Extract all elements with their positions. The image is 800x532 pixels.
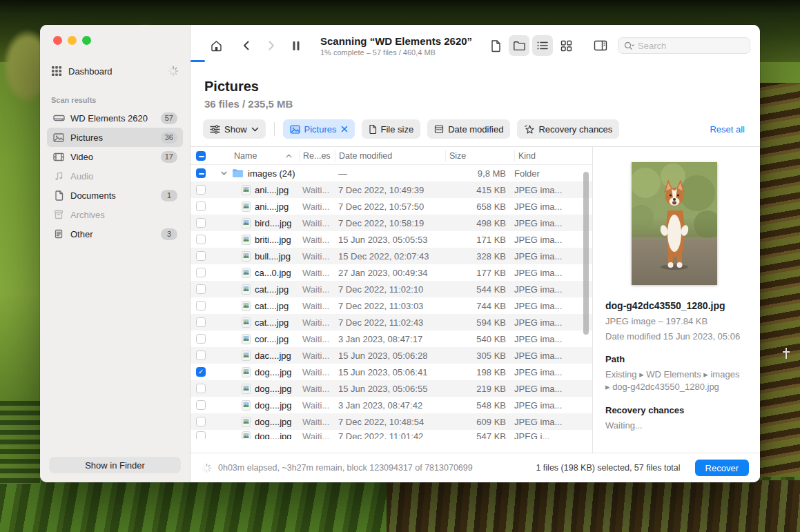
pictures-filter-chip[interactable]: Pictures [283, 119, 355, 139]
table-row[interactable]: dog....jpg Waiti... 15 Jun 2023, 05:06:5… [191, 380, 592, 397]
table-row[interactable]: dog....jpg Waiti... 7 Dec 2022, 11:01:42… [191, 430, 592, 439]
recovery-chances-filter-chip[interactable]: Recovery chances [517, 119, 619, 139]
date-modified-cell: 7 Dec 2022, 11:03:03 [335, 301, 445, 311]
table-row[interactable]: cor....jpg Waiti... 3 Jan 2023, 08:47:17… [191, 331, 592, 347]
table-row[interactable]: cat....jpg Waiti... 7 Dec 2022, 11:03:03… [191, 297, 592, 314]
row-checkbox[interactable] [196, 351, 206, 360]
table-row[interactable]: bull....jpg Waiti... 15 Dec 2022, 02:07:… [191, 248, 592, 264]
file-name: dog....jpg [255, 367, 292, 377]
table-row[interactable]: dog....jpg Waiti... 15 Jun 2023, 05:06:4… [191, 364, 592, 380]
row-checkbox[interactable] [196, 367, 206, 377]
table-row[interactable]: ani....jpg Waiti... 7 Dec 2022, 10:57:50… [191, 198, 592, 215]
row-checkbox[interactable] [196, 235, 206, 244]
file-icon [369, 124, 377, 134]
sidebar-item-audio[interactable]: Audio [47, 166, 183, 186]
table-scrollbar[interactable] [583, 172, 589, 335]
date-modified-cell: 15 Jun 2023, 05:06:55 [335, 384, 445, 394]
show-in-finder-button[interactable]: Show in Finder [50, 457, 180, 473]
size-cell: 548 KB [445, 400, 514, 411]
kind-cell: JPEG ima... [514, 218, 592, 228]
count-badge: 36 [161, 132, 177, 144]
row-checkbox[interactable] [196, 268, 206, 277]
documents-icon [52, 190, 65, 201]
date-modified-cell: 15 Jun 2023, 05:06:28 [335, 351, 445, 361]
sidebar-item-other[interactable]: Other 3 [47, 224, 183, 244]
folder-icon [232, 168, 244, 178]
date-modified-cell: 15 Dec 2022, 02:07:43 [335, 251, 445, 262]
scan-progress-bar [191, 60, 205, 62]
folder-row[interactable]: images (24) — 9,8 MB Folder [191, 165, 592, 181]
sidebar-item-video[interactable]: Video 17 [47, 147, 183, 166]
row-checkbox[interactable] [196, 185, 206, 195]
row-checkbox[interactable] [196, 284, 206, 294]
row-checkbox[interactable] [196, 201, 206, 211]
table-row[interactable]: briti....jpg Waiti... 15 Jun 2023, 05:05… [191, 231, 592, 248]
scan-subtitle: 1% complete – 57 files / 460,4 MB [320, 48, 472, 57]
folder-view-button[interactable] [509, 35, 529, 56]
date-modified-cell: 15 Jun 2023, 05:06:41 [335, 367, 445, 377]
file-view-button[interactable] [485, 35, 506, 56]
search-field[interactable] [618, 37, 750, 54]
name-column-header[interactable]: Name [211, 150, 299, 161]
file-name: cat....jpg [255, 317, 289, 328]
folder-name: images (24) [248, 168, 295, 179]
jpeg-file-icon [242, 367, 251, 377]
jpeg-file-icon [242, 431, 251, 439]
table-row[interactable]: ca...0.jpg Waiti... 27 Jan 2023, 00:49:3… [191, 264, 592, 281]
grid-view-button[interactable] [556, 35, 576, 56]
pause-button[interactable] [286, 35, 306, 56]
dashboard-label: Dashboard [68, 66, 168, 77]
size-cell: 305 KB [445, 351, 514, 361]
audio-icon [52, 171, 65, 181]
row-checkbox[interactable] [196, 218, 206, 228]
table-row[interactable]: dac....jpg Waiti... 15 Jun 2023, 05:06:2… [191, 347, 592, 364]
reset-all-button[interactable]: Reset all [710, 124, 745, 135]
row-checkbox[interactable] [196, 251, 206, 261]
remove-filter-icon[interactable] [341, 126, 348, 132]
date-column-header[interactable]: Date modified [335, 150, 445, 161]
recover-button[interactable]: Recover [695, 460, 749, 476]
recovery-column-header[interactable]: Re...es [299, 150, 335, 161]
row-checkbox[interactable] [196, 334, 206, 344]
search-input[interactable] [638, 41, 744, 51]
table-row[interactable]: cat....jpg Waiti... 7 Dec 2022, 11:02:43… [191, 314, 592, 331]
close-button[interactable] [53, 36, 62, 45]
file-size-filter-chip[interactable]: File size [362, 119, 421, 139]
details-panel: dog-g42dc43550_1280.jpg JPEG image – 197… [592, 147, 760, 453]
row-checkbox[interactable] [196, 317, 206, 327]
row-checkbox[interactable] [196, 417, 206, 426]
row-checkbox[interactable] [196, 301, 206, 311]
folder-checkbox[interactable] [196, 168, 206, 178]
table-row[interactable]: cat....jpg Waiti... 7 Dec 2022, 11:02:10… [191, 281, 592, 297]
home-button[interactable] [206, 35, 226, 56]
table-row[interactable]: dog....jpg Waiti... 7 Dec 2022, 10:48:54… [191, 413, 592, 430]
row-checkbox[interactable] [196, 400, 206, 410]
sidebar-item-pictures[interactable]: Pictures 36 [47, 128, 183, 147]
minimize-button[interactable] [68, 36, 77, 45]
size-cell: 544 KB [445, 284, 514, 295]
size-cell: 609 KB [445, 417, 514, 427]
sidebar-item-dashboard[interactable]: Dashboard [40, 61, 190, 81]
sidebar-item-wd-elements-2620[interactable]: WD Elements 2620 57 [47, 108, 183, 128]
row-checkbox[interactable] [196, 384, 206, 393]
content-header: Pictures 36 files / 235,5 MB [191, 66, 760, 110]
sidebar-item-documents[interactable]: Documents 1 [47, 186, 183, 205]
recovery-cell: Waiti... [299, 251, 335, 262]
size-column-header[interactable]: Size [445, 150, 514, 161]
sidebar-item-archives[interactable]: Archives [47, 205, 183, 224]
show-filter-button[interactable]: Show [203, 119, 266, 139]
disclosure-chevron-icon[interactable] [218, 171, 229, 175]
zoom-button[interactable] [82, 36, 91, 45]
table-row[interactable]: bird....jpg Waiti... 7 Dec 2022, 10:58:1… [191, 215, 592, 231]
back-button[interactable] [236, 35, 257, 56]
date-modified-filter-chip[interactable]: Date modified [427, 119, 510, 139]
list-view-button[interactable] [532, 35, 553, 56]
sidebar-panel-button[interactable] [590, 35, 611, 56]
table-row[interactable]: ani....jpg Waiti... 7 Dec 2022, 10:49:39… [191, 181, 592, 198]
kind-column-header[interactable]: Kind [514, 150, 592, 161]
forward-button[interactable] [261, 35, 282, 56]
select-all-checkbox[interactable] [196, 151, 206, 161]
row-checkbox[interactable] [196, 431, 206, 439]
table-row[interactable]: dog....jpg Waiti... 3 Jan 2023, 08:47:42… [191, 397, 592, 413]
page-subtitle: 36 files / 235,5 MB [204, 98, 760, 110]
